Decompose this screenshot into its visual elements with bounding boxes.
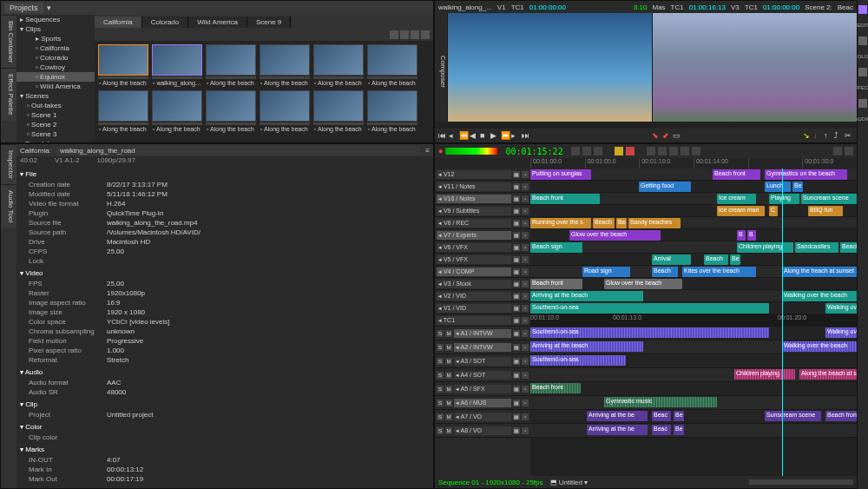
timeline-timecode[interactable]: 00:01:15:22 [500, 147, 568, 156]
track-sync-icon[interactable]: ▫ [522, 305, 529, 312]
tree-clips[interactable]: ▾ Clips [16, 24, 95, 34]
track-sync-icon[interactable]: ▫ [522, 256, 529, 263]
bin-tab[interactable]: California [95, 17, 142, 28]
timeline-track[interactable]: Arriving at the beachWalking over the be… [530, 340, 857, 354]
track-header[interactable]: ◂ V6 / VFX▦▫ [435, 241, 530, 254]
solo-button[interactable]: S [437, 372, 444, 379]
timeline-content[interactable]: Putting on sunglasBeach frontGymnastics … [530, 169, 857, 476]
timeline-clip[interactable]: C [769, 206, 778, 216]
tree-item[interactable]: ▫ Scene 2 [16, 120, 95, 129]
solo-button[interactable]: S [437, 386, 444, 393]
timeline-clip[interactable]: Beach [593, 218, 615, 228]
timeline-clip[interactable]: Ice cream [717, 194, 756, 204]
timeline-clip[interactable]: Gymnastic music [604, 397, 717, 407]
timeline-track[interactable]: Gymnastic music [530, 396, 857, 410]
timeline-clip[interactable]: Beach front [530, 383, 581, 393]
timeline-track[interactable]: 00:01:10:000:01:13:000:01:20:000:01:30:0 [530, 314, 857, 327]
timeline-track[interactable]: Beach frontGlow over the beachSunset sce… [530, 278, 857, 290]
clip-thumbnail[interactable]: ▫ Along the beach [313, 90, 364, 133]
solo-button[interactable]: S [437, 358, 444, 365]
timeline-track[interactable]: Arriving at the beachWalking over the be… [530, 290, 857, 302]
track-lock-icon[interactable]: ▦ [513, 244, 520, 251]
timeline-track[interactable]: Getting foodLunchBePacking up [530, 181, 857, 193]
timeline-clip[interactable]: Beach sign [530, 242, 582, 253]
timeline-track[interactable]: Arriving at the beBeacBeSunscream sceneB… [530, 410, 857, 424]
track-header[interactable]: ◂ V12▦▫ [435, 169, 530, 181]
section-header[interactable]: ▾ Audio [20, 367, 430, 378]
track-lock-icon[interactable]: ▦ [513, 358, 520, 365]
track-sync-icon[interactable]: ▫ [522, 244, 529, 251]
clear-marks-icon[interactable] [594, 147, 602, 155]
track-sync-icon[interactable]: ▫ [522, 317, 529, 324]
step-forward-icon[interactable]: ▸ [511, 131, 520, 140]
track-lock-icon[interactable]: ▦ [513, 171, 520, 178]
track-lock-icon[interactable]: ▦ [513, 256, 520, 263]
section-header[interactable]: ▾ Clip [20, 399, 430, 410]
clip-thumbnail[interactable]: ▫ Along the beach [152, 90, 202, 133]
track-header[interactable]: ◂ V1 / VID▦▫ [435, 302, 530, 314]
clip-thumbnail[interactable]: ▫ Along the beach [367, 90, 418, 133]
timeline-clip[interactable]: Be [730, 254, 740, 265]
timeline-clip[interactable]: Putting on sunglas [530, 169, 591, 180]
tab-inspector[interactable]: Inspector [1, 144, 16, 184]
mute-button[interactable]: M [445, 427, 452, 434]
timeline-track[interactable]: ArrivalBeachBeSeagulls flying overhead [530, 254, 857, 266]
goto-end-icon[interactable]: ⏭ [522, 131, 530, 140]
edit-workspace-icon[interactable] [858, 5, 867, 14]
timeline-clip[interactable]: Walking over the beach [782, 291, 857, 301]
clip-thumbnail[interactable]: ▫ Along the beach [260, 90, 310, 133]
splice-icon[interactable] [615, 147, 623, 155]
zoom-icon[interactable] [833, 147, 842, 155]
tree-templates[interactable]: ▾ Templates [16, 139, 95, 142]
mark-out-icon[interactable]: ⬋ [662, 131, 671, 140]
clip-thumbnail[interactable]: ▫ Along the beach [98, 90, 148, 133]
lift-icon[interactable] [647, 147, 655, 155]
menu-icon[interactable] [421, 30, 430, 39]
track-header[interactable]: ◂ V3 / Stock▦▫ [435, 278, 530, 290]
clip-thumbnail[interactable]: ▫ Along the beach [206, 90, 256, 133]
extract-icon[interactable] [658, 147, 667, 155]
timeline-clip[interactable]: Arriving at the beach [530, 291, 643, 301]
overwrite-icon[interactable]: ↓ [813, 131, 822, 140]
splice-in-icon[interactable]: ↘ [803, 131, 812, 140]
stop-icon[interactable]: ■ [480, 131, 489, 140]
timeline-clip[interactable]: Arriving at the beach [530, 341, 643, 352]
timeline-clip[interactable]: B [737, 230, 746, 241]
track-header[interactable]: ◂ V7 / Experts▦▫ [435, 229, 530, 241]
clip-thumbnail[interactable]: ▫ Along the beach [313, 44, 364, 87]
track-header[interactable]: ◂ V2 / VID▦▫ [435, 290, 530, 302]
tree-item[interactable]: ▸ Sports [16, 34, 95, 43]
track-lock-icon[interactable]: ▦ [513, 344, 520, 351]
step-back-icon[interactable]: ◂ [449, 131, 457, 140]
track-sync-icon[interactable]: ▫ [522, 208, 529, 215]
timeline-track[interactable]: Running over the sBeachBeSandy beachesCr… [530, 217, 857, 229]
source-viewer[interactable] [448, 13, 652, 122]
timeline-clip[interactable]: Beach front [530, 194, 600, 204]
tab-bin-container[interactable]: Bin Container [1, 15, 16, 68]
fast-forward-icon[interactable]: ⏩ [501, 131, 510, 140]
frame-view-icon[interactable] [390, 30, 398, 39]
tree-item[interactable]: ▫ Scene 3 [16, 129, 95, 139]
timeline-track[interactable]: Beach front [530, 382, 857, 396]
menu-icon[interactable]: ≡ [425, 147, 430, 155]
timeline-track[interactable]: Southend-on-seaWalking over the beach [530, 302, 857, 314]
timeline-clip[interactable]: Walking over the beach [782, 341, 857, 352]
mute-button[interactable]: M [445, 344, 452, 351]
source-clip-name[interactable]: walking_along_... [438, 3, 492, 11]
timeline-clip[interactable]: Beac [652, 425, 671, 435]
track-header[interactable]: ◂ TC1▦▫ [435, 314, 530, 327]
tab-effect-palette[interactable]: Effect Palette [1, 68, 16, 120]
track-lock-icon[interactable]: ▦ [513, 183, 520, 190]
playhead[interactable] [782, 169, 783, 476]
track-sync-icon[interactable]: ▫ [522, 281, 529, 287]
track-lock-icon[interactable]: ▦ [513, 427, 520, 434]
track-sync-icon[interactable]: ▫ [522, 386, 529, 393]
tab-composer[interactable]: Composer [435, 13, 447, 122]
section-header[interactable]: ▾ Video [20, 268, 430, 279]
timeline-clip[interactable]: Beach front [825, 411, 857, 421]
sequence-dropdown[interactable]: ⬒ Untitled ▾ [550, 479, 589, 486]
timeline-clip[interactable]: Sunscream scene [765, 411, 821, 421]
track-header[interactable]: SM◂ A6 / MUS▦▫ [435, 396, 530, 410]
timeline-track[interactable]: Children playingAlong the beach at sunse… [530, 368, 857, 382]
timeline-clip[interactable]: Sandy beaches [628, 218, 681, 228]
